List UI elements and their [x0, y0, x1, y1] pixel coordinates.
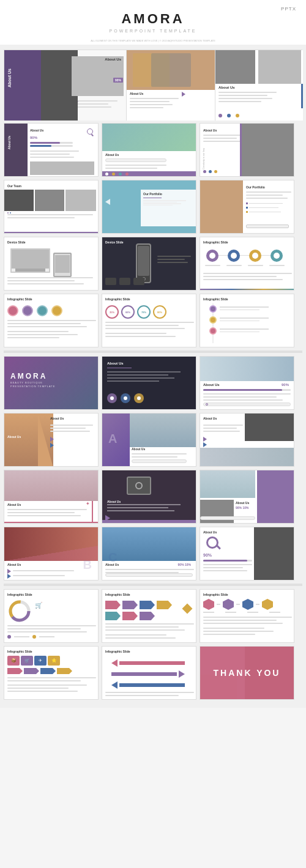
section-sep-2	[4, 584, 302, 586]
percent-badge: 90%	[113, 78, 123, 83]
slide-row-9: About Us B C	[4, 527, 302, 581]
slide-infographic-1[interactable]: Infographic Slide	[200, 237, 294, 291]
slide-9-2[interactable]: C About Us 90% 10%	[102, 527, 196, 581]
slide-infographic-6[interactable]: Infographic Slide	[102, 589, 196, 643]
slide-amora-cover[interactable]: AMORA BEAUTY BOUTIQUE PRESENTATION TEMPL…	[4, 356, 99, 410]
slide-row1-left[interactable]: About Us About Us 90%	[4, 50, 127, 121]
slide-about-us-text: About Us	[7, 69, 12, 87]
slide-about-us-label: About Us	[105, 57, 121, 61]
slide-3-mid[interactable]: Our Portfolio	[102, 180, 196, 234]
slide-8-1[interactable]: About Us ✦	[4, 470, 99, 524]
slide-infographic-4[interactable]: Infographic Slide	[200, 294, 294, 347]
slide-2-2[interactable]: About Us	[102, 123, 196, 177]
pptx-label: PPTX	[281, 6, 296, 12]
slide-infographic-2[interactable]: Infographic Slide	[4, 294, 99, 347]
slide-9-1[interactable]: About Us B	[4, 527, 99, 581]
watermark: ALL ELEMENT ON THIS TEMPLATE WE MADE WIT…	[0, 38, 306, 45]
slide-row-10: Infographic Slide 🛒	[4, 589, 302, 643]
slide-2-3[interactable]: About Us Creativity is our key	[200, 123, 294, 177]
slide-row1-right[interactable]: About Us	[215, 50, 303, 121]
slide-row-7: About Us About Us A	[4, 413, 302, 467]
thank-you-text: THANK YOU	[214, 667, 281, 678]
slide-infographic-8[interactable]: Infographic Slide 📦 🛒 ✈ ⭐	[4, 646, 99, 700]
slide-device-1[interactable]: Device Slide	[4, 237, 99, 291]
row1-combined: About Us About Us 90% About Us	[4, 50, 302, 120]
slide-row-6: AMORA BEAUTY BOUTIQUE PRESENTATION TEMPL…	[4, 356, 302, 410]
slide-row-3: Our Team	[4, 180, 302, 234]
slide-about-90[interactable]: About Us 90%	[200, 356, 294, 410]
slide-infographic-5[interactable]: Infographic Slide 🛒	[4, 589, 99, 643]
slide-row-11: Infographic Slide 📦 🛒 ✈ ⭐	[4, 646, 302, 700]
slide-thank-you[interactable]: THANK YOU	[200, 646, 294, 700]
slide-row-8: About Us ✦	[4, 470, 302, 524]
section-sep-1	[4, 351, 302, 353]
header: PPTX AMORA POWERPOINT TEMPLATE	[0, 0, 306, 38]
slide-2-1[interactable]: About Us About Us 90%	[4, 123, 99, 177]
slide-infographic-3[interactable]: Infographic Slide 35% 66% 78% 8	[102, 294, 196, 347]
slide-row-2: About Us About Us 90%	[4, 123, 302, 177]
slide-infographic-9[interactable]: Infographic Slide	[102, 646, 196, 700]
slide-8-3[interactable]: About Us 90% 10%	[200, 470, 294, 524]
slides-container: About Us About Us 90% About Us	[0, 45, 306, 708]
app-title: AMORA	[0, 11, 306, 27]
slide-about-dark[interactable]: About Us	[102, 356, 196, 410]
slide-our-portfolio[interactable]: Our Portfolio	[200, 180, 294, 234]
slide-row1-mid[interactable]: About Us	[127, 50, 215, 121]
slide-row-4: Device Slide	[4, 237, 302, 291]
slide-our-team[interactable]: Our Team	[4, 180, 99, 234]
slide-7-1[interactable]: About Us About Us	[4, 413, 99, 467]
slide-row-5: Infographic Slide	[4, 294, 302, 347]
slide-device-2[interactable]: Device Slide	[102, 237, 196, 291]
slide-infographic-7[interactable]: Infographic Slide	[200, 589, 294, 643]
slide-7-3[interactable]: About Us	[200, 413, 294, 467]
page: PPTX AMORA POWERPOINT TEMPLATE ALL ELEME…	[0, 0, 306, 708]
slide-7-2[interactable]: A About Us	[102, 413, 196, 467]
slide-mid-title: About Us	[130, 92, 143, 95]
slide-9-3[interactable]: About Us 90%	[200, 527, 294, 581]
slide-8-2[interactable]: About Us	[102, 470, 196, 524]
app-subtitle: POWERPOINT TEMPLATE	[0, 29, 306, 33]
